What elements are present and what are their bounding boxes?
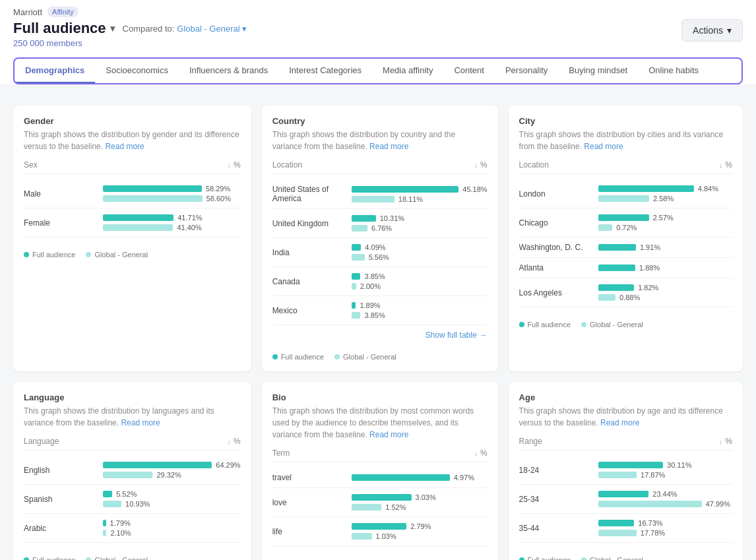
tab-online[interactable]: Online habits: [638, 59, 709, 83]
age-col-label: Range: [519, 437, 542, 446]
table-row: life2.79%1.03%: [272, 517, 488, 546]
gender-desc: This graph shows the distribution by gen…: [24, 129, 241, 152]
sort-icon: ↓: [719, 161, 723, 169]
country-legend: Full audience Global - General: [272, 348, 488, 361]
table-row: Washington, D. C.1.91%: [519, 237, 732, 258]
legend-dot-full: [24, 557, 29, 560]
tab-demographics[interactable]: Demographics: [15, 59, 95, 83]
legend-dot-full: [519, 322, 524, 327]
compared-to-link[interactable]: Global - General ▾: [177, 24, 246, 34]
legend-dot-full: [272, 354, 278, 359]
tab-personality[interactable]: Personality: [495, 59, 558, 83]
actions-chevron-icon: ▾: [727, 25, 732, 36]
legend-dot-global: [581, 557, 586, 560]
table-row: United Kingdom10.31%6.76%: [272, 209, 488, 238]
gender-card: Gender This graph shows the distribution…: [13, 106, 251, 371]
sort-icon: ↓: [719, 437, 723, 445]
table-row: 35-4416.73%17.78%: [519, 514, 732, 543]
table-row: Canada3.85%2.00%: [272, 267, 488, 296]
gender-legend: Full audience Global - General: [24, 245, 241, 259]
legend-dot-full: [24, 252, 29, 257]
city-card: City This graph shows the distribution b…: [509, 106, 743, 371]
legend-dot-global: [334, 354, 340, 359]
tab-interest[interactable]: Interest Categories: [278, 59, 372, 83]
show-full-table-btn[interactable]: Show full table →: [272, 330, 488, 340]
table-row: travel4.97%: [272, 468, 488, 488]
age-card: Age This graph shows the distribution by…: [509, 382, 743, 560]
language-title: Language: [24, 392, 241, 402]
age-read-more[interactable]: Read more: [600, 418, 639, 427]
affinity-badge: Affinity: [47, 7, 79, 17]
tab-buying[interactable]: Buying mindset: [558, 59, 638, 83]
sort-icon: ↓: [227, 161, 231, 169]
bio-read-more[interactable]: Read more: [369, 430, 408, 439]
table-row: 18-2430.11%17.87%: [519, 456, 732, 485]
age-title: Age: [519, 392, 732, 402]
table-row: 25-3423.44%47.99%: [519, 485, 732, 514]
compared-to-chevron-icon: ▾: [242, 24, 247, 34]
country-col-label: Location: [272, 160, 302, 170]
table-row: love3.03%1.52%: [272, 488, 488, 517]
city-read-more[interactable]: Read more: [584, 142, 623, 151]
tabs-nav: DemographicsSocioeconomicsInfluencers & …: [13, 57, 743, 84]
bio-desc: This graph shows the distribution by mos…: [272, 405, 488, 441]
language-card: Language This graph shows the distributi…: [13, 382, 251, 560]
table-row: Los Angeles1.82%0.88%: [519, 278, 732, 307]
sort-icon: ↓: [474, 161, 478, 169]
table-row: Male58.29%58.60%: [24, 179, 241, 208]
age-legend: Full audience Global - General: [519, 551, 732, 560]
tab-content[interactable]: Content: [443, 59, 495, 83]
brand-name: Marriott: [13, 7, 42, 17]
city-title: City: [519, 116, 732, 126]
gender-title: Gender: [24, 116, 241, 126]
legend-dot-global: [581, 322, 586, 327]
legend-dot-global: [86, 557, 91, 560]
legend-dot-global: [86, 252, 91, 257]
compared-to: Compared to: Global - General ▾: [123, 24, 247, 34]
language-desc: This graph shows the distribution by lan…: [24, 405, 241, 429]
tab-influencers[interactable]: Influencers & brands: [179, 59, 278, 83]
members-count: 250 000 members: [13, 38, 681, 48]
country-desc: This graph shows the distribution by cou…: [272, 129, 488, 152]
language-col-label: Language: [24, 437, 59, 446]
legend-dot-full: [519, 557, 524, 560]
table-row: Arabic1.79%2.10%: [24, 514, 241, 543]
gender-col-label: Sex: [24, 160, 38, 170]
city-desc: This graph shows the distribution by cit…: [519, 129, 732, 152]
audience-title[interactable]: Full audience ▾: [13, 20, 115, 37]
table-row: Mexico1.89%3.85%: [272, 296, 488, 325]
bio-card: Bio This graph shows the distribution by…: [262, 382, 498, 560]
sort-icon: ↓: [474, 449, 478, 457]
table-row: Female41.71%41.40%: [24, 208, 241, 237]
country-read-more[interactable]: Read more: [369, 142, 408, 151]
city-col-label: Location: [519, 160, 549, 170]
table-row: United States of America45.18%18.11%: [272, 179, 488, 209]
table-row: India4.09%5.56%: [272, 238, 488, 267]
table-row: English64.29%29.32%: [24, 456, 241, 485]
bio-title: Bio: [272, 392, 488, 402]
sort-icon: ↓: [227, 437, 231, 445]
tab-media[interactable]: Media affinity: [372, 59, 443, 83]
arrow-right-icon: →: [480, 330, 488, 340]
table-row: Spanish5.52%10.93%: [24, 485, 241, 514]
gender-read-more[interactable]: Read more: [105, 142, 144, 151]
bio-col-label: Term: [272, 449, 290, 458]
audience-chevron-icon: ▾: [110, 23, 115, 34]
actions-button[interactable]: Actions ▾: [681, 19, 743, 42]
country-title: Country: [272, 116, 488, 126]
tab-socioeconomics[interactable]: Socioeconomics: [95, 59, 179, 83]
table-row: Chicago2.57%0.72%: [519, 208, 732, 237]
country-card: Country This graph shows the distributio…: [262, 106, 498, 371]
city-legend: Full audience Global - General: [519, 315, 732, 328]
language-read-more[interactable]: Read more: [121, 418, 160, 427]
table-row: Atlanta1.88%: [519, 258, 732, 278]
table-row: London4.84%2.58%: [519, 179, 732, 208]
language-legend: Full audience Global - General: [24, 551, 241, 560]
age-desc: This graph shows the distribution by age…: [519, 405, 732, 429]
